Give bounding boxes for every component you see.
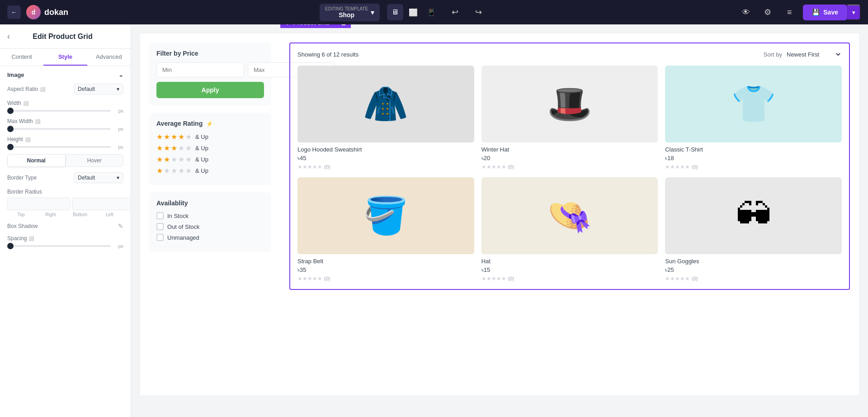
max-width-label: Max Width ⬜ — [7, 118, 123, 124]
image-section: Image ⌄ Aspect Ratio ⬜ Default ▾ Width ⬜ — [0, 66, 131, 254]
unmanaged-label: Unmanaged — [167, 234, 199, 241]
availability-unmanaged[interactable]: Unmanaged — [156, 234, 264, 241]
availability-out-of-stock[interactable]: Out of Stock — [156, 223, 264, 230]
aspect-ratio-info-icon: ⬜ — [40, 87, 45, 92]
device-desktop-button[interactable]: 🖥 — [387, 4, 403, 20]
rating-row-2[interactable]: ★ ★ ★ ★ ★ & Up — [156, 155, 264, 164]
width-info-icon: ⬜ — [23, 101, 28, 106]
results-text: Showing 6 of 12 results — [297, 51, 359, 58]
box-shadow-row: Box Shadow ✎ — [7, 223, 123, 230]
rating-stars-0: ★★★★★ — [297, 164, 322, 170]
width-slider[interactable] — [7, 110, 111, 112]
product-rating-2: ★★★★★ (0) — [665, 164, 842, 170]
product-grid-container: Showing 6 of 12 results Sort by Newest F… — [289, 43, 850, 290]
products-grid: 🧥 Logo Hooded Sweatshirt ৳45 ★★★★★ (0) — [297, 66, 842, 282]
height-slider[interactable] — [7, 146, 111, 148]
product-name-5: Sun Goggles — [665, 258, 842, 265]
image-section-title[interactable]: Image ⌄ — [7, 71, 123, 78]
rating-count-5: (0) — [692, 276, 698, 281]
settings-button[interactable]: ⚙ — [760, 4, 776, 20]
and-up-label: & Up — [195, 156, 208, 163]
product-name-4: Hat — [481, 258, 658, 265]
spacing-slider-container: px — [7, 243, 123, 249]
availability-in-stock[interactable]: In Stock — [156, 212, 264, 219]
out-of-stock-checkbox[interactable] — [156, 223, 164, 230]
star: ★ — [185, 166, 192, 175]
product-grid-wrapper: ✛ Product Grid ⧉ 🗑 Showing 6 of 12 resul… — [280, 33, 859, 350]
product-image-3: 🪣 — [297, 177, 474, 254]
device-mobile-button[interactable]: 📱 — [423, 4, 439, 20]
star: ★ — [156, 144, 163, 152]
unmanaged-checkbox[interactable] — [156, 234, 164, 241]
canvas-inner: Filter by Price Apply Average Rating — [140, 33, 859, 395]
product-img-sunhat: 👒 — [547, 194, 592, 237]
product-rating-4: ★★★★★ (0) — [481, 275, 658, 282]
rating-filter-icon: ⚡ — [206, 121, 213, 127]
rating-row-3[interactable]: ★ ★ ★ ★ ★ & Up — [156, 144, 264, 152]
box-shadow-label: Box Shadow — [7, 223, 38, 229]
save-button[interactable]: 💾 Save — [803, 5, 847, 20]
product-price-5: ৳25 — [665, 266, 842, 274]
product-grid-delete-icon[interactable]: 🗑 — [340, 24, 346, 26]
hover-toggle[interactable]: Hover — [66, 154, 124, 167]
star: ★ — [171, 144, 177, 152]
save-dropdown-button[interactable]: ▾ — [847, 5, 861, 20]
product-image-4: 👒 — [481, 177, 658, 254]
device-tablet-button[interactable]: ⬜ — [405, 4, 421, 20]
rating-count-1: (0) — [508, 164, 514, 170]
image-section-chevron: ⌄ — [118, 71, 123, 78]
max-width-unit: px — [114, 126, 123, 132]
border-radius-right-input[interactable] — [72, 198, 131, 210]
sidebar-back-button[interactable]: ‹ — [7, 32, 10, 41]
undo-button[interactable]: ↩ — [447, 4, 463, 20]
price-min-input[interactable] — [156, 62, 244, 77]
rating-count-2: (0) — [692, 164, 698, 170]
template-dropdown-chevron: ▾ — [371, 8, 374, 17]
product-image-0: 🧥 — [297, 66, 474, 142]
preview-button[interactable]: 👁 — [738, 4, 754, 20]
product-grid-copy-icon[interactable]: ⧉ — [333, 24, 337, 26]
sort-by: Sort by Newest First Price: Low to High … — [764, 51, 842, 58]
tab-advanced[interactable]: Advanced — [87, 49, 131, 66]
redo-button[interactable]: ↪ — [470, 4, 486, 20]
max-width-slider[interactable] — [7, 128, 111, 130]
product-img-sunglasses: 🕶 — [736, 195, 772, 237]
aspect-ratio-dropdown[interactable]: Default ▾ — [74, 84, 123, 95]
normal-toggle[interactable]: Normal — [7, 154, 66, 167]
price-inputs — [156, 62, 264, 77]
spacing-slider[interactable] — [7, 245, 111, 247]
left-sidebar: ‹ Edit Product Grid Content Style Advanc… — [0, 24, 131, 417]
product-card-5: 🕶 Sun Goggles ৳25 ★★★★★ (0) — [665, 177, 842, 282]
rating-row-1[interactable]: ★ ★ ★ ★ ★ & Up — [156, 166, 264, 175]
box-shadow-edit-icon[interactable]: ✎ — [118, 223, 123, 230]
rating-row-4[interactable]: ★ ★ ★ ★ ★ & Up — [156, 133, 264, 141]
star: ★ — [164, 155, 170, 164]
star: ★ — [178, 166, 184, 175]
border-radius-top-input[interactable] — [7, 198, 71, 210]
border-type-label: Border Type — [7, 175, 37, 181]
product-price-2: ৳18 — [665, 155, 842, 162]
template-dropdown[interactable]: EDITING TEMPLATE Shop ▾ — [320, 4, 380, 21]
star: ★ — [156, 133, 163, 141]
border-type-dropdown[interactable]: Default ▾ — [74, 172, 123, 183]
height-unit: px — [114, 144, 123, 150]
tab-content[interactable]: Content — [0, 49, 43, 66]
product-rating-3: ★★★★★ (0) — [297, 275, 474, 282]
layers-button[interactable]: ≡ — [781, 4, 797, 20]
product-img-hat: 🎩 — [547, 83, 592, 125]
apply-button[interactable]: Apply — [156, 82, 264, 98]
product-name-0: Logo Hooded Sweatshirt — [297, 146, 474, 153]
rating-count-4: (0) — [508, 276, 514, 281]
back-button[interactable]: ← — [7, 5, 21, 19]
and-up-label: & Up — [195, 167, 208, 174]
border-radius-labels: Top Right Bottom Left — [7, 212, 123, 217]
star: ★ — [171, 155, 177, 164]
sort-select[interactable]: Newest First Price: Low to High Price: H… — [785, 51, 842, 58]
spacing-info-icon: ⬜ — [28, 236, 34, 241]
star: ★ — [171, 133, 177, 141]
in-stock-checkbox[interactable] — [156, 212, 164, 219]
product-name-2: Classic T-Shirt — [665, 146, 842, 153]
sidebar-title: Edit Product Grid — [33, 33, 92, 41]
tab-style[interactable]: Style — [43, 49, 87, 66]
border-radius-label: Border Radius — [7, 189, 123, 195]
